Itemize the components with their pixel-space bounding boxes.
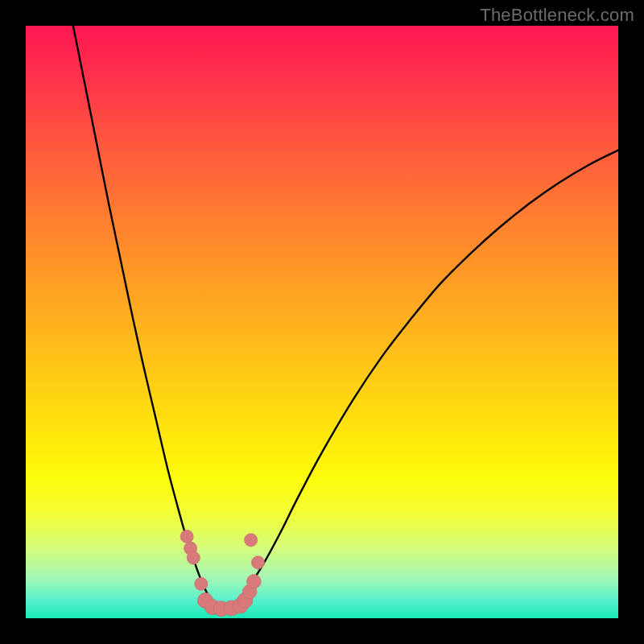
plot-area <box>26 26 618 618</box>
chart-svg <box>26 26 618 618</box>
marker-dot <box>195 577 208 590</box>
marker-dot <box>245 534 258 547</box>
outer-frame: TheBottleneck.com <box>0 0 644 644</box>
curve-right-branch <box>221 151 618 609</box>
curve-left-branch <box>73 26 221 609</box>
marker-dot <box>247 575 262 589</box>
watermark-text: TheBottleneck.com <box>480 5 634 26</box>
marker-dot <box>251 556 264 569</box>
marker-dot <box>187 551 200 564</box>
marker-dot <box>180 530 193 543</box>
near-minimum-markers <box>180 530 265 616</box>
